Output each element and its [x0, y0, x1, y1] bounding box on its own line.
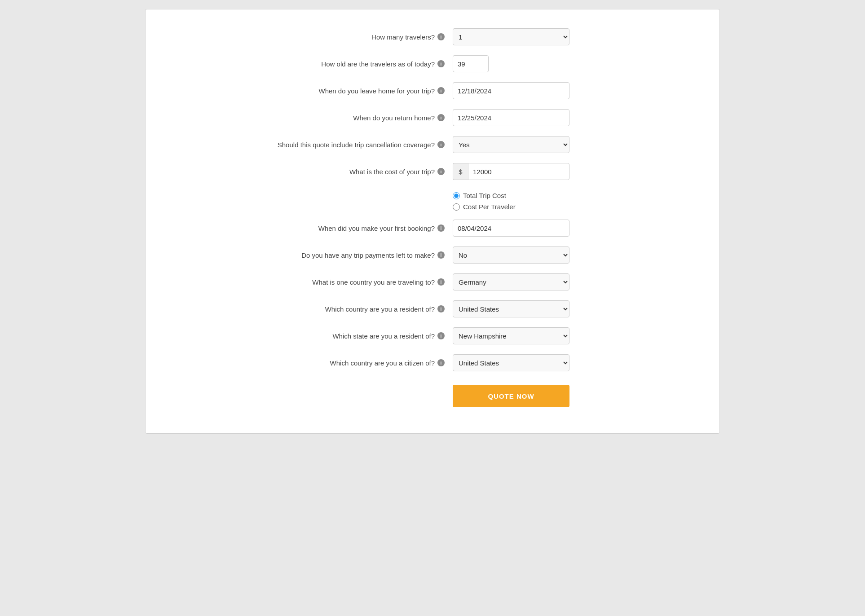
- leave-date-label-area: When do you leave home for your trip? i: [230, 87, 453, 95]
- citizen-country-select[interactable]: United States Canada: [453, 354, 569, 371]
- destination-control-area: Germany France Italy: [453, 273, 635, 290]
- citizen-country-info-icon[interactable]: i: [437, 359, 445, 366]
- payments-select[interactable]: No Yes: [453, 246, 569, 264]
- cost-type-radio-group: Total Trip Cost Cost Per Traveler: [453, 192, 635, 211]
- age-info-icon[interactable]: i: [437, 60, 445, 67]
- age-row: How old are the travelers as of today? i: [230, 54, 635, 73]
- age-input[interactable]: [453, 55, 489, 72]
- cancellation-control-area: Yes No: [453, 136, 635, 153]
- citizen-country-control-area: United States Canada: [453, 354, 635, 371]
- resident-country-info-icon[interactable]: i: [437, 305, 445, 312]
- quote-button-row: QUOTE NOW: [230, 380, 635, 407]
- cost-type-control-area: Total Trip Cost Cost Per Traveler: [453, 189, 635, 211]
- trip-cost-wrapper: $: [453, 163, 635, 180]
- leave-date-row: When do you leave home for your trip? i: [230, 81, 635, 100]
- booking-date-label-area: When did you make your first booking? i: [230, 224, 453, 232]
- cancellation-row: Should this quote include trip cancellat…: [230, 135, 635, 154]
- return-date-row: When do you return home? i: [230, 108, 635, 127]
- age-label-area: How old are the travelers as of today? i: [230, 60, 453, 68]
- travelers-label: How many travelers?: [371, 33, 435, 41]
- leave-date-info-icon[interactable]: i: [437, 87, 445, 94]
- quote-now-button[interactable]: QUOTE NOW: [453, 385, 569, 407]
- payments-label-area: Do you have any trip payments left to ma…: [230, 251, 453, 259]
- citizen-country-row: Which country are you a citizen of? i Un…: [230, 353, 635, 372]
- age-label: How old are the travelers as of today?: [321, 60, 435, 68]
- trip-cost-label: What is the cost of your trip?: [349, 168, 435, 176]
- return-date-control-area: [453, 109, 635, 126]
- trip-cost-input[interactable]: [468, 163, 569, 180]
- payments-info-icon[interactable]: i: [437, 251, 445, 259]
- cost-per-traveler-radio[interactable]: [453, 203, 460, 211]
- destination-label-area: What is one country you are traveling to…: [230, 278, 453, 286]
- total-trip-cost-label[interactable]: Total Trip Cost: [453, 192, 635, 199]
- cancellation-label-area: Should this quote include trip cancellat…: [230, 141, 453, 149]
- payments-label: Do you have any trip payments left to ma…: [301, 251, 435, 259]
- resident-country-row: Which country are you a resident of? i U…: [230, 299, 635, 318]
- cancellation-select[interactable]: Yes No: [453, 136, 569, 153]
- cancellation-label: Should this quote include trip cancellat…: [278, 141, 435, 149]
- destination-select[interactable]: Germany France Italy: [453, 273, 569, 290]
- destination-label: What is one country you are traveling to…: [312, 278, 435, 286]
- dollar-prefix: $: [453, 163, 468, 180]
- resident-country-select[interactable]: United States Canada: [453, 300, 569, 317]
- age-control-area: [453, 55, 635, 72]
- travelers-row: How many travelers? i 1 2 3 4: [230, 27, 635, 46]
- booking-date-control-area: [453, 220, 635, 237]
- travelers-select[interactable]: 1 2 3 4: [453, 28, 569, 45]
- payments-control-area: No Yes: [453, 246, 635, 264]
- resident-state-control-area: New Hampshire New York California: [453, 327, 635, 344]
- travelers-info-icon[interactable]: i: [437, 33, 445, 40]
- booking-date-label: When did you make your first booking?: [318, 224, 435, 232]
- resident-state-row: Which state are you a resident of? i New…: [230, 326, 635, 345]
- payments-row: Do you have any trip payments left to ma…: [230, 246, 635, 264]
- cost-per-traveler-label[interactable]: Cost Per Traveler: [453, 203, 635, 211]
- return-date-label: When do you return home?: [353, 114, 435, 122]
- destination-info-icon[interactable]: i: [437, 278, 445, 286]
- trip-cost-row: What is the cost of your trip? i $: [230, 162, 635, 181]
- trip-cost-info-icon[interactable]: i: [437, 168, 445, 175]
- resident-country-label: Which country are you a resident of?: [325, 305, 435, 313]
- leave-date-control-area: [453, 82, 635, 99]
- resident-state-label: Which state are you a resident of?: [332, 332, 435, 340]
- booking-date-row: When did you make your first booking? i: [230, 219, 635, 238]
- return-date-info-icon[interactable]: i: [437, 114, 445, 121]
- leave-date-label: When do you leave home for your trip?: [319, 87, 435, 95]
- cost-per-traveler-text: Cost Per Traveler: [463, 203, 516, 211]
- total-trip-cost-radio[interactable]: [453, 192, 460, 199]
- resident-country-control-area: United States Canada: [453, 300, 635, 317]
- resident-state-label-area: Which state are you a resident of? i: [230, 332, 453, 340]
- trip-cost-label-area: What is the cost of your trip? i: [230, 168, 453, 176]
- resident-state-select[interactable]: New Hampshire New York California: [453, 327, 569, 344]
- cancellation-info-icon[interactable]: i: [437, 141, 445, 148]
- citizen-country-label: Which country are you a citizen of?: [330, 359, 435, 367]
- resident-state-info-icon[interactable]: i: [437, 332, 445, 339]
- cost-type-row: Total Trip Cost Cost Per Traveler: [230, 189, 635, 211]
- return-date-label-area: When do you return home? i: [230, 114, 453, 122]
- travelers-control-area: 1 2 3 4: [453, 28, 635, 45]
- return-date-input[interactable]: [453, 109, 569, 126]
- quote-button-control-area: QUOTE NOW: [453, 380, 635, 407]
- form-wrapper: How many travelers? i 1 2 3 4 How old ar…: [230, 27, 635, 407]
- total-trip-cost-text: Total Trip Cost: [463, 192, 506, 199]
- resident-country-label-area: Which country are you a resident of? i: [230, 305, 453, 313]
- travelers-label-area: How many travelers? i: [230, 33, 453, 41]
- citizen-country-label-area: Which country are you a citizen of? i: [230, 359, 453, 367]
- leave-date-input[interactable]: [453, 82, 569, 99]
- booking-date-input[interactable]: [453, 220, 569, 237]
- main-container: How many travelers? i 1 2 3 4 How old ar…: [145, 9, 720, 434]
- booking-date-info-icon[interactable]: i: [437, 224, 445, 232]
- destination-row: What is one country you are traveling to…: [230, 273, 635, 291]
- trip-cost-control-area: $: [453, 163, 635, 180]
